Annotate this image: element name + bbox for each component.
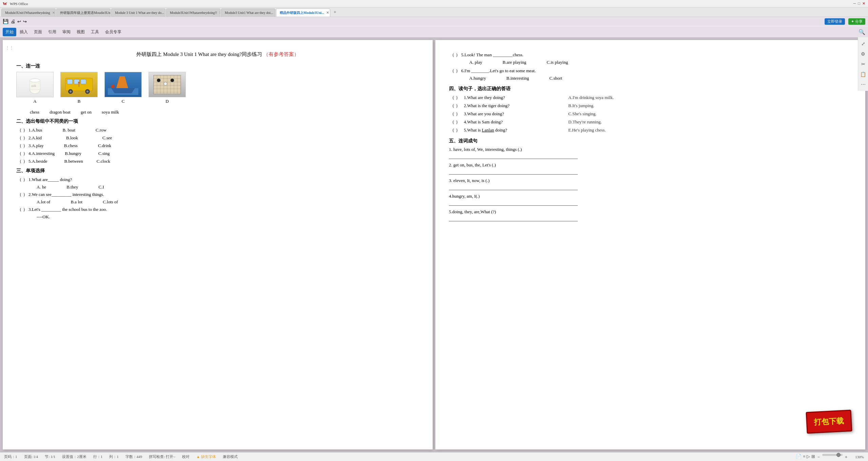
close-btn[interactable]: ✕ xyxy=(862,1,865,6)
s5-item4: 4.hungry, am, I(.) xyxy=(449,194,852,199)
tab-6[interactable]: 稻品外研版四上Module3Uni... ✕ xyxy=(276,8,330,17)
s2-item3: （ ） 3.A.play B.chess C.drink xyxy=(16,143,419,149)
top-right-controls: ─ □ ✕ xyxy=(853,1,865,6)
view-more-icon[interactable]: ⊞ xyxy=(811,454,815,460)
menu-view[interactable]: 视图 xyxy=(74,28,87,36)
s5-blank1 xyxy=(449,154,578,159)
tab-close-1[interactable]: ✕ xyxy=(52,11,55,15)
status-check: 拼写检查: 打开~ xyxy=(149,454,175,459)
svg-rect-5 xyxy=(67,79,73,84)
s5-blank2 xyxy=(449,170,578,175)
s2-item5: （ ） 5.A.beside B.between C.clock xyxy=(16,158,419,164)
svg-point-12 xyxy=(78,82,80,84)
status-mode: 兼容模式 xyxy=(223,454,238,459)
new-tab-btn[interactable]: + xyxy=(331,9,339,15)
zoom-out-icon[interactable]: － xyxy=(816,454,821,460)
img-box-b: B xyxy=(60,72,98,104)
sidebar-icon-1[interactable]: ⤢ xyxy=(860,40,867,47)
section2-heading: 二、选出每组中不同类的一项 xyxy=(16,118,419,124)
s5-item1: 1. have, lots of, We, interesting, thing… xyxy=(449,147,852,152)
svg-point-17 xyxy=(111,85,115,88)
img-box-c: C xyxy=(104,72,142,104)
drag-handle: ⋮⋮ xyxy=(5,45,14,51)
svg-point-9 xyxy=(70,91,72,93)
tab-4[interactable]: Module3Unit1Whataretheydoing!! ✕ xyxy=(166,8,220,17)
save-icon[interactable]: 💾 xyxy=(3,19,8,24)
menu-insert[interactable]: 插入 xyxy=(17,28,31,36)
doc-title: 外研版四上 Module 3 Unit 1 What are they doin… xyxy=(16,50,419,58)
view-outline-icon[interactable]: ▷ xyxy=(807,454,810,460)
view-print-icon[interactable]: 📄 xyxy=(796,454,802,460)
zoom-bar[interactable] xyxy=(822,454,843,456)
img-label-c: C xyxy=(122,99,125,104)
search-btn[interactable]: 🔍 xyxy=(859,29,865,35)
svg-point-32 xyxy=(164,82,167,85)
section5-heading: 五、连词成句 xyxy=(449,138,852,144)
words-row: chess dragon boat get on soya milk xyxy=(30,109,419,115)
tab-close-6[interactable]: ✕ xyxy=(326,11,329,15)
section4-heading: 四、读句子，选出正确的答语 xyxy=(449,86,852,92)
svg-marker-15 xyxy=(111,88,135,93)
s3-item6: （ ） 6.I'm ________.Let's go to eat some … xyxy=(449,68,852,74)
s3-item1-options: A. he B.they C.I xyxy=(37,184,419,190)
img-bus xyxy=(60,72,98,97)
svg-rect-7 xyxy=(81,79,86,84)
svg-point-2 xyxy=(30,79,40,82)
redo-icon[interactable]: ↪ xyxy=(23,19,27,24)
tab-3[interactable]: Module 3 Unit 1 What are they do... ✕ xyxy=(111,8,165,17)
register-btn[interactable]: 立即登录 xyxy=(825,18,845,25)
s3-item1: （ ） 1.What are_____ doing? xyxy=(16,177,419,183)
tab-close-4[interactable]: ✕ xyxy=(219,11,220,15)
s5-item2: 2. get on, bus, the, Let's (.) xyxy=(449,162,852,168)
sidebar-icon-5[interactable]: ⋯ xyxy=(860,81,867,88)
zoom-level: 130% xyxy=(855,455,864,459)
tab-5[interactable]: Module3 Unit1 What are they doi... ✕ xyxy=(221,8,275,17)
img-label-d: D xyxy=(165,99,169,104)
s4-item4: （ ） 4.What is Sam doing? D.They're runni… xyxy=(449,119,852,125)
minimize-btn[interactable]: ─ xyxy=(853,1,856,6)
tab-1[interactable]: Module3Unit1Whataretheydoing ✕ xyxy=(1,8,56,17)
s4-item2: （ ） 2.What is the tiger doing? B.It's ju… xyxy=(449,103,852,109)
img-box-d: D xyxy=(149,72,186,104)
status-proofread: 校对 xyxy=(182,454,190,459)
download-badge[interactable]: 打包下载 xyxy=(806,410,852,434)
sidebar-icon-4[interactable]: 📋 xyxy=(860,71,867,78)
menu-references[interactable]: 引用 xyxy=(45,28,59,36)
menu-page[interactable]: 页面 xyxy=(31,28,45,36)
svg-point-33 xyxy=(171,79,174,82)
app-name: WPS Office xyxy=(10,2,28,6)
s2-item1: （ ） 1.A.bus B. boat C.row xyxy=(16,127,419,133)
menu-tools[interactable]: 工具 xyxy=(88,28,102,36)
share-btn[interactable]: ✦ 分享 xyxy=(848,18,865,25)
img-box-a: milk A xyxy=(16,72,54,104)
s2-item2: （ ） 2.A.kid B.look C.see xyxy=(16,135,419,141)
s5-blank4 xyxy=(449,201,578,206)
left-page: ⋮⋮ 外研版四上 Module 3 Unit 1 What are they d… xyxy=(3,40,433,449)
sidebar-icon-3[interactable]: ✂ xyxy=(860,60,867,68)
menu-review[interactable]: 审阅 xyxy=(60,28,73,36)
undo-icon[interactable]: ↩ xyxy=(17,19,21,24)
s5-item5: 5.doing, they, are,What (?) xyxy=(449,209,852,215)
sidebar-icon-2[interactable]: ⚙ xyxy=(860,50,867,58)
tab-2[interactable]: 外研版四年级上册英语Moudie3Unit ✕ xyxy=(56,8,111,17)
toolbar-quick-access: 💾 🖨 ↩ ↪ 立即登录 ✦ 分享 xyxy=(0,17,868,26)
images-row: milk A xyxy=(16,72,419,104)
section1-heading: 一、连一连 xyxy=(16,63,419,69)
view-web-icon[interactable]: ≡ xyxy=(803,454,805,460)
main-content: ⋮⋮ 外研版四上 Module 3 Unit 1 What are they d… xyxy=(0,37,868,452)
restore-btn[interactable]: □ xyxy=(858,1,860,6)
status-words: 字数：449 xyxy=(125,454,142,459)
s4-item5: （ ） 5.What is Lanlan doing? E.He's playi… xyxy=(449,127,852,133)
img-label-a: A xyxy=(33,99,36,104)
app-logo: W xyxy=(3,1,7,6)
status-font: ▲ 缺失字体 xyxy=(196,454,216,459)
status-page: 页码：1 xyxy=(4,454,17,459)
img-boat xyxy=(104,72,142,97)
s3-item6-options: A.hungry B.interesting C.short xyxy=(469,76,852,81)
print-icon[interactable]: 🖨 xyxy=(11,19,15,24)
right-sidebar: ⤢ ⚙ ✂ 📋 ⋯ xyxy=(858,37,868,91)
menu-member[interactable]: 会员专享 xyxy=(102,28,124,36)
menu-start[interactable]: 开始 xyxy=(3,28,16,36)
zoom-in-icon[interactable]: ＋ xyxy=(844,454,848,460)
svg-point-31 xyxy=(157,79,160,82)
